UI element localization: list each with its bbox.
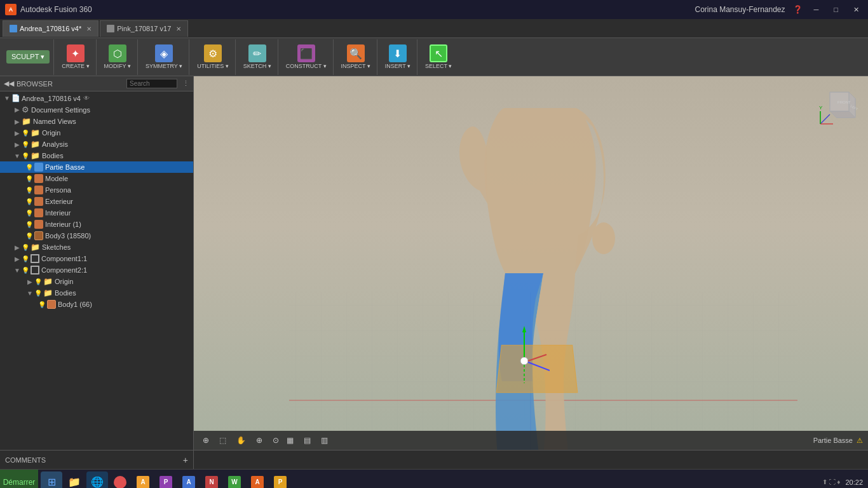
tree-root[interactable]: ▼ 📄 Andrea_170816 v4 👁 [0, 93, 193, 104]
taskbar-app-4[interactable]: A [178, 471, 200, 489]
tree-item-label: Interieur [45, 209, 71, 217]
taskbar-app-5[interactable]: N [201, 471, 222, 489]
zoom-in-tool[interactable]: ⊕ [252, 435, 266, 446]
expand-arrow: ▶ [13, 141, 22, 148]
browser-collapse-icon[interactable]: ◀◀ [4, 79, 14, 88]
body-icon-orange [34, 220, 43, 229]
tree-interieur-1[interactable]: 💡 Interieur (1) [0, 219, 193, 230]
tree-modele[interactable]: 💡 Modele [0, 173, 193, 184]
hand-tool[interactable]: ✋ [233, 435, 250, 446]
taskbar-app-7[interactable]: A [247, 471, 268, 489]
tree-bodies[interactable]: ▼ 💡 📁 Bodies [0, 150, 193, 161]
viewport[interactable]: FRONT LEFT Y ⊕ ⬚ ✋ ⊕ ⊙ ▦ ▤ [194, 76, 868, 450]
tree-component2[interactable]: ▼ 💡 Component2:1 [0, 264, 193, 276]
user-name: Corina Mansuy-Fernandez [695, 5, 785, 14]
tree-interieur[interactable]: 💡 Interieur [0, 207, 193, 219]
tree-origin-2[interactable]: ▶ 💡 📁 Origin [0, 276, 193, 287]
taskbar-app-8[interactable]: P [269, 471, 291, 489]
minimize-button[interactable]: ─ [810, 4, 823, 15]
taskbar-app-browser[interactable]: 🌐 [86, 471, 108, 489]
tree-partie-basse[interactable]: 💡 Partie Basse [0, 161, 193, 173]
tree-item-label: Interieur (1) [45, 220, 81, 228]
symmetry-icon-box: ◈ [155, 44, 173, 62]
help-icon[interactable]: ❓ [793, 5, 803, 14]
bottom-panel: COMMENTS + [0, 450, 868, 469]
nav-cube[interactable]: FRONT LEFT Y [817, 83, 862, 127]
create-group: ✦ CREATE ▾ [55, 39, 96, 75]
bulb-icon: 💡 [25, 187, 33, 194]
taskbar-apps: ⊞ 📁 🌐 A P A N W A P [38, 471, 817, 489]
modify-label: MODIFY ▾ [104, 63, 131, 69]
sketch-button[interactable]: ✏ SKETCH ▾ [241, 43, 274, 71]
tree-body1-66[interactable]: 💡 Body1 (66) [0, 299, 193, 310]
tree-item-label: Body1 (66) [58, 301, 92, 308]
body-icon-blue [34, 163, 43, 172]
taskbar-app-files[interactable]: ⊞ [41, 471, 62, 489]
tree-exterieur[interactable]: 💡 Exterieur [0, 196, 193, 207]
start-button[interactable]: Démarrer [0, 470, 38, 488]
grid-display-tool[interactable]: ▦ [283, 435, 297, 446]
tab-andrea[interactable]: Andrea_170816 v4* ✕ [3, 20, 98, 37]
taskbar-app-explorer[interactable]: 📁 [64, 471, 85, 489]
browser-more-icon[interactable]: ⋮ [182, 79, 189, 88]
modify-group: ⬡ MODIFY ▾ [98, 39, 138, 75]
add-comment-button[interactable]: + [183, 455, 188, 465]
tree-item-label: Exterieur [45, 198, 73, 205]
utilities-button[interactable]: ⚙ UTILITIES ▾ [194, 43, 231, 71]
select-button[interactable]: ↖ SELECT ▾ [423, 43, 454, 71]
insert-button[interactable]: ⬇ INSERT ▾ [383, 43, 413, 71]
tree-item-label: Origin [42, 129, 60, 137]
close-button[interactable]: ✕ [850, 4, 863, 15]
insert-icon-box: ⬇ [389, 44, 407, 62]
tree-named-views[interactable]: ▶ 📁 Named Views [0, 116, 193, 127]
fit-tool[interactable]: ⊙ [269, 435, 283, 446]
tree-origin-1[interactable]: ▶ 💡 📁 Origin [0, 127, 193, 139]
tree-analysis[interactable]: ▶ 💡 📁 Analysis [0, 139, 193, 150]
tree-component1[interactable]: ▶ 💡 Component1:1 [0, 253, 193, 264]
sculpt-button[interactable]: SCULPT ▾ [6, 50, 50, 64]
inspect-button[interactable]: 🔍 INSPECT ▾ [339, 43, 373, 71]
bulb-icon: 💡 [25, 233, 33, 240]
tree-item-label: Origin [55, 278, 73, 285]
toolbar: SCULPT ▾ ✦ CREATE ▾ ⬡ MODIFY ▾ ◈ SYMMETR… [0, 38, 868, 76]
comments-label: COMMENTS [5, 456, 46, 464]
bulb-icon: 💡 [22, 130, 29, 137]
tree-bodies-2[interactable]: ▼ 💡 📁 Bodies [0, 287, 193, 299]
construct-button[interactable]: ⬛ CONSTRUCT ▾ [283, 43, 329, 71]
taskbar-app-1[interactable] [109, 471, 131, 489]
restore-button[interactable]: □ [830, 4, 842, 15]
tree-body3[interactable]: 💡 Body3 (18580) [0, 230, 193, 241]
view-cube-tool[interactable]: ▥ [317, 435, 332, 446]
orbit-tool[interactable]: ⊕ [199, 435, 213, 446]
viewport-background [194, 76, 868, 450]
symmetry-button[interactable]: ◈ SYMMETRY ▾ [143, 43, 185, 71]
construct-label: CONSTRUCT ▾ [286, 63, 327, 69]
browser-tree: ▼ 📄 Andrea_170816 v4 👁 ▶ ⚙ Document Sett… [0, 92, 193, 450]
create-button[interactable]: ✦ CREATE ▾ [59, 43, 92, 71]
create-icon-box: ✦ [67, 44, 85, 62]
bulb-icon: 💡 [22, 255, 29, 262]
create-icon: ✦ [67, 44, 85, 62]
tree-item-label: Modele [45, 175, 68, 182]
tab-close[interactable]: ✕ [176, 25, 181, 32]
taskbar-app-3[interactable]: P [155, 471, 177, 489]
tree-doc-settings[interactable]: ▶ ⚙ Document Settings [0, 104, 193, 116]
tab-close[interactable]: ✕ [86, 25, 92, 32]
file-icon [107, 25, 114, 32]
component-icon [31, 266, 39, 274]
pan-tool[interactable]: ⬚ [215, 435, 230, 446]
taskbar-app-6[interactable]: W [224, 471, 245, 489]
expand-arrow: ▶ [13, 244, 22, 251]
taskbar-app-2[interactable]: A [132, 471, 154, 489]
tree-item-label: Partie Basse [45, 163, 85, 171]
modify-button[interactable]: ⬡ MODIFY ▾ [102, 43, 133, 71]
tab-pink[interactable]: Pink_170817 v17 ✕ [100, 20, 188, 37]
taskbar-right: ⬆ ⛶ ♦ 20:22 [817, 478, 868, 486]
tree-persona[interactable]: 💡 Persona [0, 184, 193, 196]
display-mode-tool[interactable]: ▤ [300, 435, 315, 446]
tree-sketches[interactable]: ▶ 💡 📁 Sketches [0, 241, 193, 253]
browser-search[interactable] [126, 79, 177, 88]
tree-item-label: Persona [45, 186, 71, 194]
bulb-icon: 💡 [34, 278, 42, 285]
sculpt-group: SCULPT ▾ [3, 39, 54, 75]
